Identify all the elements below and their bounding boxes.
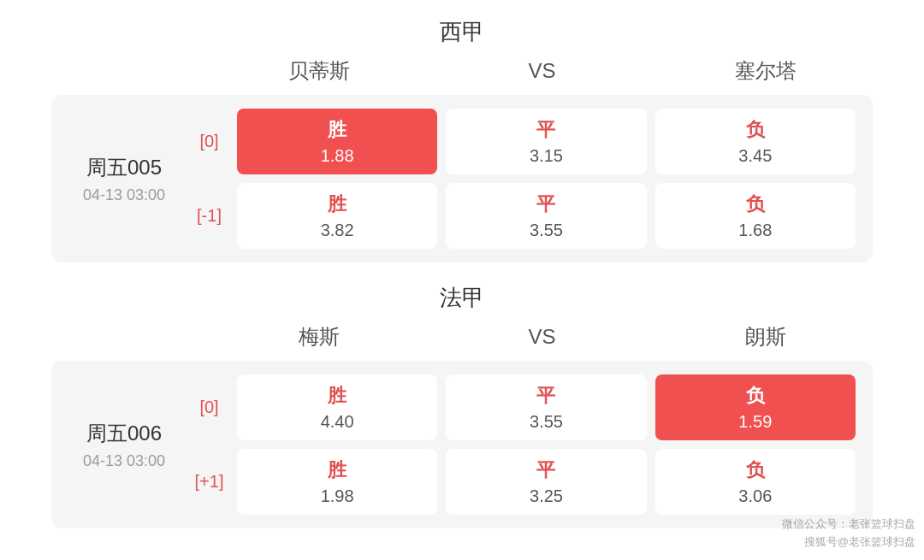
odds-value: 1.98	[321, 486, 354, 506]
handicap-row-0: [0]胜1.88平3.15负3.45	[190, 109, 856, 174]
odds-result-label: 胜	[328, 457, 346, 483]
section-1: 法甲梅斯VS朗斯周五00604-13 03:00[0]胜4.40平3.55负1.…	[51, 283, 873, 528]
odds-value: 1.68	[738, 221, 772, 240]
league-title: 西甲	[51, 17, 873, 47]
odds-result-label: 负	[746, 457, 765, 483]
match-info: 周五00504-13 03:00	[68, 109, 180, 249]
odds-result-label: 负	[746, 117, 765, 143]
section-0: 西甲贝蒂斯VS塞尔塔周五00504-13 03:00[0]胜1.88平3.15负…	[51, 17, 873, 262]
match-time: 04-13 03:00	[83, 186, 165, 204]
team-home: 贝蒂斯	[211, 57, 426, 85]
odds-cell-0: 胜4.40	[237, 374, 437, 440]
match-id: 周五006	[86, 420, 162, 447]
handicap-rows: [0]胜1.88平3.15负3.45[-1]胜3.82平3.55负1.68	[190, 109, 856, 249]
teams-header: 贝蒂斯VS塞尔塔	[51, 57, 873, 85]
odds-cell-0: 胜1.98	[237, 449, 437, 515]
odds-cell-1: 平3.15	[446, 109, 646, 174]
vs-label: VS	[435, 325, 649, 349]
vs-label: VS	[435, 59, 649, 83]
odds-group: 胜3.82平3.55负1.68	[237, 183, 856, 249]
odds-cell-1: 平3.55	[446, 183, 646, 249]
odds-value: 3.06	[738, 486, 772, 506]
odds-result-label: 平	[536, 457, 555, 483]
odds-result-label: 胜	[328, 192, 346, 217]
odds-cell-2: 负3.45	[655, 109, 856, 174]
odds-cell-2: 负1.59	[655, 374, 856, 440]
odds-value: 3.15	[530, 146, 563, 166]
odds-result-label: 胜	[328, 383, 346, 409]
watermark: 微信公众号：老张篮球扫盘 搜狐号@老张篮球扫盘	[782, 516, 915, 551]
handicap-row-0: [0]胜4.40平3.55负1.59	[190, 374, 856, 440]
odds-value: 1.88	[321, 146, 354, 166]
odds-result-label: 负	[746, 192, 765, 217]
handicap-rows: [0]胜4.40平3.55负1.59[+1]胜1.98平3.25负3.06	[190, 374, 856, 515]
odds-value: 1.59	[738, 412, 772, 432]
match-card: 周五00504-13 03:00[0]胜1.88平3.15负3.45[-1]胜3…	[51, 95, 873, 262]
match-id: 周五005	[86, 154, 162, 181]
odds-value: 3.82	[321, 221, 354, 240]
team-home: 梅斯	[211, 323, 426, 351]
handicap-row-1: [-1]胜3.82平3.55负1.68	[190, 183, 856, 249]
odds-value: 4.40	[321, 412, 354, 432]
odds-result-label: 负	[746, 383, 765, 409]
odds-cell-0: 胜3.82	[237, 183, 437, 249]
odds-cell-2: 负1.68	[655, 183, 856, 249]
odds-value: 3.55	[530, 221, 563, 240]
odds-value: 3.55	[530, 412, 563, 432]
odds-value: 3.45	[738, 146, 772, 166]
handicap-row-1: [+1]胜1.98平3.25负3.06	[190, 449, 856, 515]
odds-cell-0: 胜1.88	[237, 109, 437, 174]
odds-value: 3.25	[530, 486, 563, 506]
odds-result-label: 平	[536, 192, 555, 217]
odds-cell-1: 平3.25	[446, 449, 646, 515]
odds-group: 胜4.40平3.55负1.59	[237, 374, 856, 440]
teams-header: 梅斯VS朗斯	[51, 323, 873, 351]
match-card: 周五00604-13 03:00[0]胜4.40平3.55负1.59[+1]胜1…	[51, 361, 873, 528]
odds-cell-1: 平3.55	[446, 374, 646, 440]
match-time: 04-13 03:00	[83, 452, 165, 470]
team-away: 塞尔塔	[658, 57, 873, 85]
handicap-label: [+1]	[190, 472, 228, 492]
odds-result-label: 平	[536, 383, 555, 409]
handicap-label: [-1]	[190, 206, 228, 226]
handicap-label: [0]	[190, 398, 228, 417]
team-away: 朗斯	[658, 323, 873, 351]
match-info: 周五00604-13 03:00	[68, 374, 180, 515]
odds-group: 胜1.88平3.15负3.45	[237, 109, 856, 174]
odds-group: 胜1.98平3.25负3.06	[237, 449, 856, 515]
odds-cell-2: 负3.06	[655, 449, 856, 515]
odds-result-label: 平	[536, 117, 555, 143]
league-title: 法甲	[51, 283, 873, 313]
handicap-label: [0]	[190, 132, 228, 151]
odds-result-label: 胜	[328, 117, 346, 143]
